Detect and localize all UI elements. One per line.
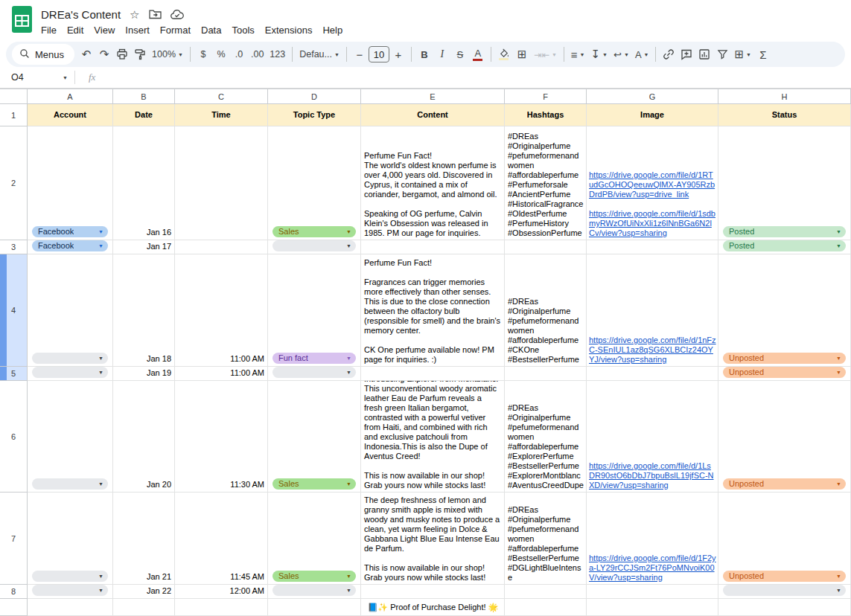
- zoom-select[interactable]: 100% ▼: [149, 45, 186, 64]
- cell-B[interactable]: [113, 599, 175, 616]
- insert-comment-button[interactable]: [678, 45, 695, 64]
- undo-button[interactable]: ↶: [77, 45, 95, 64]
- font-size-input[interactable]: 10: [369, 46, 389, 62]
- cell-A1[interactable]: Account: [28, 104, 113, 126]
- cell-D7[interactable]: Sales▼: [268, 493, 361, 585]
- cell-B1[interactable]: Date: [113, 104, 175, 126]
- cell-E6[interactable]: Introducing Explorer from Montblanc. Thi…: [361, 381, 505, 493]
- menu-data[interactable]: Data: [196, 24, 226, 36]
- cell-A5[interactable]: ▼: [28, 367, 113, 381]
- topic-type-dropdown-chip[interactable]: ▼: [272, 585, 356, 596]
- insert-chart-button[interactable]: [695, 45, 713, 64]
- cell-G6[interactable]: https://drive.google.com/file/d/1LsDR90s…: [587, 381, 718, 493]
- cell-C7[interactable]: 11:45 AM: [175, 493, 268, 585]
- decrease-font-size-button[interactable]: −: [351, 45, 369, 64]
- cell-F4[interactable]: #DREas #Originalperfume #pefumeformenand…: [505, 254, 587, 367]
- cell-C4[interactable]: 11:00 AM: [175, 254, 268, 367]
- cell-A7[interactable]: ▼: [28, 493, 113, 585]
- cell-G7[interactable]: https://drive.google.com/file/d/1F2ya-LY…: [587, 493, 718, 585]
- status-dropdown-chip[interactable]: ▼: [723, 585, 846, 596]
- account-dropdown-chip[interactable]: ▼: [32, 571, 108, 582]
- column-header-F[interactable]: F: [505, 89, 587, 104]
- borders-button[interactable]: ⊞: [513, 45, 531, 64]
- cell-H6[interactable]: Unposted▼: [718, 381, 851, 493]
- column-header-G[interactable]: G: [587, 89, 718, 104]
- cell-G2[interactable]: https://drive.google.com/file/d/1RTudGcO…: [587, 126, 718, 240]
- cell-E2[interactable]: Perfume Fun Fact! The world's oldest kno…: [361, 126, 505, 240]
- cell-F2[interactable]: #DREas #Originalperfume #pefumeformenand…: [505, 126, 587, 240]
- column-header-A[interactable]: A: [28, 89, 113, 104]
- move-to-folder-icon[interactable]: [149, 9, 162, 19]
- cell-D6[interactable]: Sales▼: [268, 381, 361, 493]
- cell-D2[interactable]: Sales▼: [268, 126, 361, 240]
- cell-B4[interactable]: Jan 18: [113, 254, 175, 367]
- fill-color-button[interactable]: [495, 45, 513, 64]
- star-icon[interactable]: ☆: [130, 9, 139, 20]
- topic-type-dropdown-chip[interactable]: Sales▼: [272, 226, 356, 237]
- cell-G[interactable]: [587, 599, 718, 616]
- menu-format[interactable]: Format: [155, 24, 196, 36]
- vertical-align-button[interactable]: ↧ ▼: [588, 45, 611, 64]
- cell-A8[interactable]: ▼: [28, 585, 113, 599]
- menu-view[interactable]: View: [89, 24, 120, 36]
- document-title[interactable]: DREa's Content: [41, 8, 121, 21]
- format-percent-button[interactable]: %: [212, 45, 230, 64]
- cell-A[interactable]: [28, 599, 113, 616]
- cell-C2[interactable]: [175, 126, 268, 240]
- cell-H2[interactable]: Posted▼: [718, 126, 851, 240]
- drive-file-link[interactable]: https://drive.google.com/file/d/1sdbmyRW…: [589, 209, 716, 238]
- drive-file-link[interactable]: https://drive.google.com/file/d/1LsDR90s…: [589, 461, 716, 490]
- text-rotation-button[interactable]: A ▼: [632, 45, 652, 64]
- account-dropdown-chip[interactable]: ▼: [32, 353, 108, 364]
- strikethrough-button[interactable]: S: [451, 45, 469, 64]
- cell-B3[interactable]: Jan 17: [113, 240, 175, 254]
- text-color-button[interactable]: A: [469, 45, 487, 64]
- menus-search-button[interactable]: Menus: [12, 44, 74, 65]
- cell-A3[interactable]: Facebook▼: [28, 240, 113, 254]
- cell-D5[interactable]: ▼: [268, 367, 361, 381]
- row-header-1[interactable]: 1: [0, 104, 28, 126]
- cell-F3[interactable]: [505, 240, 587, 254]
- row-header-2[interactable]: 2: [0, 126, 28, 240]
- cloud-saved-icon[interactable]: [170, 10, 184, 19]
- account-dropdown-chip[interactable]: ▼: [32, 585, 108, 596]
- drive-file-link[interactable]: https://drive.google.com/file/d/1F2ya-LY…: [589, 554, 716, 583]
- cell-F6[interactable]: #DREas #Originalperfume #pefumeformenand…: [505, 381, 587, 493]
- column-header-D[interactable]: D: [268, 89, 361, 104]
- column-header-H[interactable]: H: [718, 89, 851, 104]
- account-dropdown-chip[interactable]: ▼: [32, 478, 108, 490]
- cell-C6[interactable]: 11:30 AM: [175, 381, 268, 493]
- cell-B6[interactable]: Jan 20: [113, 381, 175, 493]
- cell-A4[interactable]: ▼: [28, 254, 113, 367]
- column-header-B[interactable]: B: [113, 89, 175, 104]
- cell-C1[interactable]: Time: [175, 104, 268, 126]
- cell-D1[interactable]: Topic Type: [268, 104, 361, 126]
- menu-help[interactable]: Help: [317, 24, 348, 36]
- row-header-8[interactable]: 8: [0, 585, 28, 599]
- cell-C8[interactable]: 12:00 AM: [175, 585, 268, 599]
- cell-D[interactable]: [268, 599, 361, 616]
- cell-E[interactable]: 📘✨ Proof of Purchase Delight! 🌟: [361, 599, 505, 616]
- column-header-C[interactable]: C: [175, 89, 268, 104]
- cell-B8[interactable]: Jan 22: [113, 585, 175, 599]
- row-header-7[interactable]: 7: [0, 493, 28, 585]
- account-dropdown-chip[interactable]: Facebook▼: [32, 226, 108, 237]
- cell-E5[interactable]: [361, 367, 505, 381]
- row-header-partial[interactable]: [0, 599, 28, 616]
- cell-F1[interactable]: Hashtags: [505, 104, 587, 126]
- topic-type-dropdown-chip[interactable]: Fun fact▼: [272, 353, 356, 364]
- create-filter-button[interactable]: [713, 45, 731, 64]
- cell-H4[interactable]: Unposted▼: [718, 254, 851, 367]
- cell-D8[interactable]: ▼: [268, 585, 361, 599]
- cell-A6[interactable]: ▼: [28, 381, 113, 493]
- sheets-logo-icon[interactable]: [12, 6, 32, 36]
- cell-A2[interactable]: Facebook▼: [28, 126, 113, 240]
- format-currency-button[interactable]: $: [194, 45, 212, 64]
- increase-font-size-button[interactable]: +: [389, 45, 407, 64]
- horizontal-align-button[interactable]: ≡ ▼: [568, 45, 588, 64]
- cell-B5[interactable]: Jan 19: [113, 367, 175, 381]
- cell-G1[interactable]: Image: [587, 104, 718, 126]
- cell-C[interactable]: [175, 599, 268, 616]
- cell-H3[interactable]: Posted▼: [718, 240, 851, 254]
- status-dropdown-chip[interactable]: Unposted▼: [723, 367, 846, 378]
